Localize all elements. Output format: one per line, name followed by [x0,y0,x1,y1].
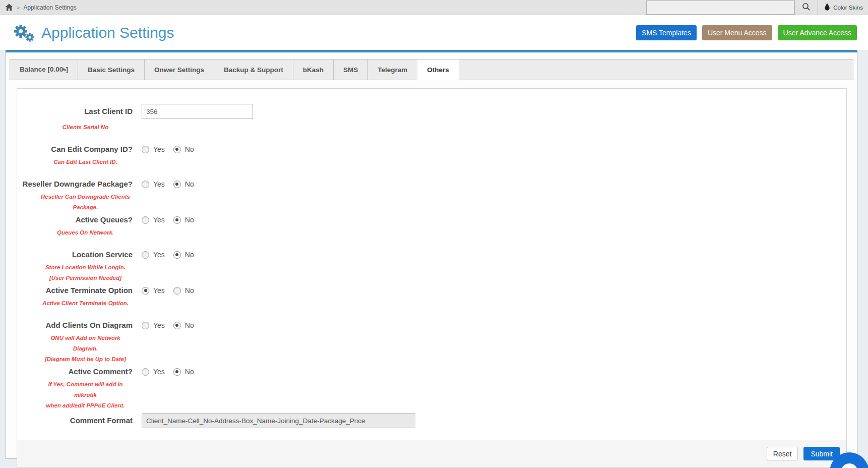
tab-others[interactable]: Others [417,60,459,80]
field-helper-text: Queues On Network. [17,227,133,238]
breadcrumb[interactable]: Application Settings [23,4,76,11]
field-label: Reseller Downgrade Package? [17,179,133,189]
radio-icon-yes[interactable] [142,322,149,329]
location-service-radio-no[interactable]: No [173,250,194,260]
radio-icon-no-selected[interactable] [173,251,181,259]
form-row-active-terminate-option: Active Terminate OptionActive Client Ter… [17,285,846,309]
radio-label: Yes [153,321,165,329]
field-helper-text: when add/edit PPPoE Client. [17,400,133,411]
color-skins-label: Color Skins [833,5,863,11]
form-row-location-service: Location ServiceStore Location While Lon… [17,250,846,283]
radio-icon-no-selected[interactable] [173,146,181,153]
field-label: Location Service [17,250,133,259]
can-edit-company-id-radio-no[interactable]: No [173,144,194,154]
radio-icon-yes[interactable] [142,181,149,188]
reset-button[interactable]: Reset [767,447,798,460]
reseller-downgrade-package-radio-no[interactable]: No [173,179,194,189]
tab-bkash[interactable]: bKash [293,60,334,80]
main-container: Balance [0.00৳]Basic SettingsOnwer Setti… [6,52,857,459]
top-bar: > Application Settings Color Skins [0,0,868,15]
field-helper-text: Reseller Can Downgrade Clients [17,192,133,202]
add-clients-on-diagram-radio-no[interactable]: No [173,320,194,330]
radio-label: Yes [153,286,165,295]
location-service-radio-yes[interactable]: Yes [142,250,165,260]
page-header: Application Settings SMS TemplatesUser M… [0,15,868,50]
radio-label: No [185,180,194,188]
tab-strip: Balance [0.00৳]Basic SettingsOnwer Setti… [10,59,853,80]
tab-backup-support[interactable]: Backup & Support [214,60,293,80]
active-comment-radio-no[interactable]: No [173,367,194,377]
field-helper-text: Clients Serial No [17,122,133,133]
radio-label: Yes [153,251,165,259]
label-column: Last Client IDClients Serial No [17,104,133,133]
radio-icon-yes[interactable] [142,368,149,376]
control-column: YesNo [142,144,203,167]
topbar-right: Color Skins [646,0,868,15]
label-column: Comment Format [17,413,133,428]
radio-icon-yes[interactable] [142,251,149,259]
radio-label: Yes [153,216,165,224]
home-icon[interactable] [5,4,13,11]
active-terminate-option-radio-no[interactable]: No [173,285,194,296]
control-column: YesNo [142,215,203,238]
active-terminate-option-radio-yes[interactable]: Yes [142,285,165,296]
search-input[interactable] [646,1,794,15]
radio-icon-no[interactable] [173,287,181,295]
gears-icon [13,24,35,42]
field-helper-text: [Diagram Must be Up to Date] [17,354,133,365]
sms-templates-button[interactable]: SMS Templates [636,25,697,40]
breadcrumb-separator: > [17,5,20,11]
form-row-active-queues: Active Queues?Queues On Network.YesNo [17,215,846,238]
form-row-last-client-id: Last Client IDClients Serial No [17,104,846,133]
control-column: YesNo [142,179,203,213]
radio-label: Yes [153,368,165,376]
form-row-comment-format: Comment Format [17,413,846,428]
search-button[interactable] [794,0,818,15]
tab-balance-0-00[interactable]: Balance [0.00৳] [10,60,78,80]
radio-icon-no-selected[interactable] [173,322,181,329]
tab-sms[interactable]: SMS [334,60,368,80]
radio-label: No [185,321,194,329]
active-queues-radio-yes[interactable]: Yes [142,215,165,225]
reseller-downgrade-package-radio-yes[interactable]: Yes [142,179,165,189]
field-label: Add Clients On Diagram [17,320,133,330]
field-helper-text: ONU will Add on Network Diagram. [17,333,133,354]
tab-basic-settings[interactable]: Basic Settings [78,60,145,80]
radio-icon-no-selected[interactable] [173,368,181,376]
label-column: Can Edit Company ID?Can Edit Last Client… [17,144,133,167]
control-column: YesNo [142,367,203,411]
control-column [142,413,415,428]
active-queues-radio-no[interactable]: No [173,215,194,225]
form-row-add-clients-on-diagram: Add Clients On DiagramONU will Add on Ne… [17,320,846,365]
radio-icon-no-selected[interactable] [173,181,181,188]
radio-icon-yes-selected[interactable] [142,287,149,295]
tab-telegram[interactable]: Telegram [368,60,417,80]
radio-icon-no-selected[interactable] [173,216,181,224]
radio-label: No [185,251,194,259]
radio-icon-yes[interactable] [142,216,149,224]
color-skins-button[interactable]: Color Skins [818,3,868,12]
field-helper-text: Package. [17,202,133,213]
user-menu-access-button[interactable]: User Menu Access [702,25,772,40]
form-row-active-comment: Active Comment?If Yes, Comment will add … [17,367,846,411]
can-edit-company-id-radio-yes[interactable]: Yes [142,144,165,154]
control-column: YesNo [142,285,203,309]
header-buttons: SMS TemplatesUser Menu AccessUser Advanc… [636,25,857,40]
form-row-can-edit-company-id: Can Edit Company ID?Can Edit Last Client… [17,144,846,167]
panel-footer: Reset Submit [17,440,846,467]
label-column: Active Queues?Queues On Network. [17,215,133,238]
field-label: Comment Format [17,413,133,428]
field-label: Last Client ID [17,104,133,119]
radio-icon-yes[interactable] [142,146,149,153]
comment-format-input[interactable] [142,413,415,428]
last-client-id-input[interactable] [142,104,253,119]
field-helper-text: Store Location While Longin. [17,262,133,273]
user-advance-access-button[interactable]: User Advance Access [778,25,857,40]
tab-onwer-settings[interactable]: Onwer Settings [145,60,214,80]
form-row-reseller-downgrade-package: Reseller Downgrade Package?Reseller Can … [17,179,846,213]
active-comment-radio-yes[interactable]: Yes [142,367,165,377]
field-helper-text: If Yes, Comment will add in mikrotik [17,379,133,400]
label-column: Add Clients On DiagramONU will Add on Ne… [17,320,133,365]
field-label: Active Comment? [17,367,133,376]
add-clients-on-diagram-radio-yes[interactable]: Yes [142,320,165,330]
